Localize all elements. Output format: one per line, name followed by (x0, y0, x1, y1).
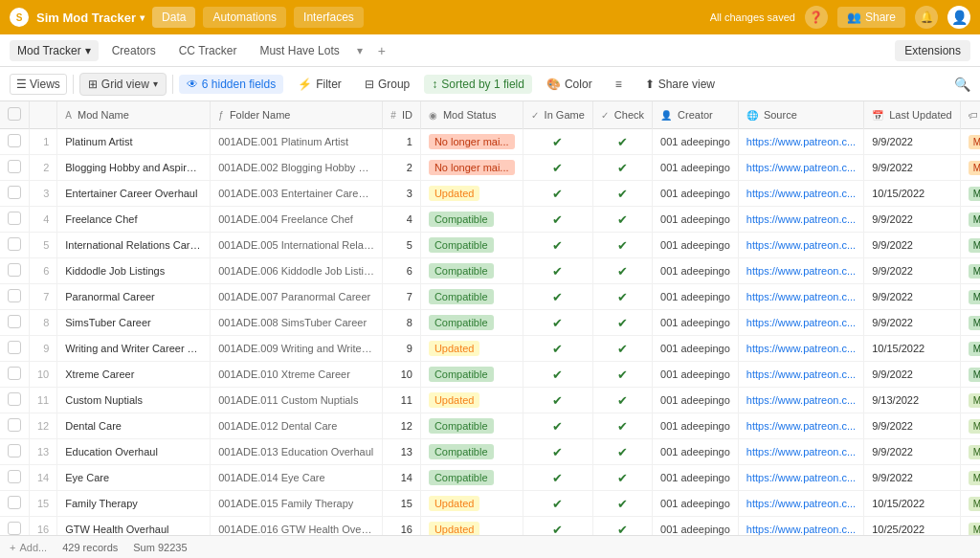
row-checkbox[interactable] (8, 263, 21, 277)
table-row[interactable]: 9Writing and Writer Career Over...001ADE… (0, 336, 980, 362)
mod-name-cell[interactable]: GTW Health Overhaul (57, 517, 211, 536)
row-checkbox[interactable] (8, 315, 21, 328)
source-cell[interactable]: https://www.patreon.c... (738, 310, 863, 336)
source-cell[interactable]: https://www.patreon.c... (738, 388, 863, 413)
row-checkbox[interactable] (8, 367, 21, 380)
mod-status-cell[interactable]: Updated (420, 491, 523, 517)
hidden-fields-btn[interactable]: 👁 6 hidden fields (179, 75, 283, 94)
add-tab-btn[interactable]: + (370, 39, 393, 62)
source-cell[interactable]: https://www.patreon.c... (738, 207, 863, 233)
help-icon-btn[interactable]: ❓ (805, 6, 828, 29)
table-row[interactable]: 7Paranormal Career001ADE.007 Paranormal … (0, 284, 980, 310)
source-cell[interactable]: https://www.patreon.c... (738, 233, 863, 258)
table-row[interactable]: 8SimsTuber Career001ADE.008 SimsTuber Ca… (0, 310, 980, 336)
row-checkbox[interactable] (8, 212, 21, 225)
mod-status-cell[interactable]: Compatible (420, 233, 523, 258)
source-cell[interactable]: https://www.patreon.c... (738, 439, 863, 465)
row-checkbox[interactable] (8, 392, 21, 406)
source-cell[interactable]: https://www.patreon.c... (738, 284, 863, 310)
header-check[interactable]: ✓ Check (592, 101, 652, 129)
interfaces-nav-btn[interactable]: Interfaces (294, 7, 364, 28)
color-btn[interactable]: 🎨 Color (538, 73, 601, 96)
mod-name-cell[interactable]: Paranormal Career (57, 284, 211, 310)
table-row[interactable]: 13Education Overhaul001ADE.013 Education… (0, 439, 980, 465)
mod-status-cell[interactable]: Compatible (420, 284, 523, 310)
notification-icon[interactable]: 🔔 (915, 6, 938, 29)
table-row[interactable]: 3Entertainer Career Overhaul001ADE.003 E… (0, 181, 980, 207)
row-checkbox[interactable] (8, 160, 21, 173)
header-source[interactable]: 🌐 Source (738, 101, 863, 129)
data-nav-btn[interactable]: Data (152, 7, 195, 28)
source-cell[interactable]: https://www.patreon.c... (738, 129, 863, 155)
table-row[interactable]: 4Freelance Chef001ADE.004 Freelance Chef… (0, 207, 980, 233)
table-row[interactable]: 10Xtreme Career001ADE.010 Xtreme Career1… (0, 362, 980, 388)
search-btn[interactable]: 🔍 (954, 77, 970, 92)
mod-status-cell[interactable]: Compatible (420, 465, 523, 491)
mod-status-cell[interactable]: No longer mai... (420, 129, 523, 155)
mod-status-cell[interactable]: Updated (420, 517, 523, 536)
views-btn[interactable]: ☰ Views (10, 74, 67, 95)
mod-status-cell[interactable]: Compatible (420, 310, 523, 336)
source-cell[interactable]: https://www.patreon.c... (738, 413, 863, 439)
table-row[interactable]: 16GTW Health Overhaul001ADE.016 GTW Heal… (0, 517, 980, 536)
mod-status-cell[interactable]: Compatible (420, 207, 523, 233)
table-row[interactable]: 1Platinum Artist001ADE.001 Platinum Arti… (0, 129, 980, 155)
row-checkbox[interactable] (8, 496, 21, 509)
mod-status-cell[interactable]: No longer mai... (420, 155, 523, 181)
source-cell[interactable]: https://www.patreon.c... (738, 181, 863, 207)
filter-btn[interactable]: ⚡ Filter (289, 73, 350, 96)
mod-status-cell[interactable]: Compatible (420, 258, 523, 284)
row-checkbox[interactable] (8, 470, 21, 483)
table-row[interactable]: 2Blogging Hobby and Aspiration001ADE.002… (0, 155, 980, 181)
table-row[interactable]: 15Family Therapy001ADE.015 Family Therap… (0, 491, 980, 517)
must-have-lots-tab[interactable]: Must Have Lots (250, 40, 348, 61)
table-row[interactable]: 14Eye Care001ADE.014 Eye Care14Compatibl… (0, 465, 980, 491)
source-cell[interactable]: https://www.patreon.c... (738, 155, 863, 181)
share-button[interactable]: 👥 Share (837, 7, 905, 28)
mod-name-cell[interactable]: Kiddodle Job Listings (57, 258, 211, 284)
select-all-checkbox[interactable] (8, 107, 21, 121)
extensions-btn[interactable]: Extensions (895, 40, 970, 61)
group-btn[interactable]: ⊟ Group (356, 73, 418, 96)
mod-name-cell[interactable]: Xtreme Career (57, 362, 211, 388)
app-title-chevron[interactable]: ▾ (140, 12, 145, 23)
mod-name-cell[interactable]: Custom Nuptials (57, 388, 211, 413)
sort-btn[interactable]: ↕ Sorted by 1 field (424, 75, 532, 94)
row-checkbox[interactable] (8, 418, 21, 432)
table-row[interactable]: 11Custom Nuptials001ADE.011 Custom Nupti… (0, 388, 980, 413)
mod-name-cell[interactable]: International Relations Career (57, 233, 211, 258)
mod-status-cell[interactable]: Compatible (420, 413, 523, 439)
table-row[interactable]: 5International Relations Career001ADE.00… (0, 233, 980, 258)
header-mod-type[interactable]: 🏷 Mod Type (960, 101, 980, 129)
add-row-btn[interactable]: + Add... (10, 542, 47, 553)
mod-status-cell[interactable]: Updated (420, 181, 523, 207)
row-checkbox[interactable] (8, 237, 21, 251)
mod-status-cell[interactable]: Updated (420, 336, 523, 362)
source-cell[interactable]: https://www.patreon.c... (738, 465, 863, 491)
mod-name-cell[interactable]: Writing and Writer Career Over... (57, 336, 211, 362)
header-folder-name[interactable]: ƒ Folder Name (211, 101, 383, 129)
share-view-btn[interactable]: ⬆ Share view (636, 73, 724, 96)
user-avatar[interactable]: 👤 (947, 6, 970, 29)
grid-view-btn[interactable]: ⊞ Grid view ▾ (79, 73, 167, 96)
automations-nav-btn[interactable]: Automations (203, 7, 286, 28)
expand-tabs-btn[interactable]: ▾ (353, 40, 367, 61)
mod-name-cell[interactable]: Freelance Chef (57, 207, 211, 233)
mod-name-cell[interactable]: Blogging Hobby and Aspiration (57, 155, 211, 181)
row-checkbox[interactable] (8, 186, 21, 199)
header-in-game[interactable]: ✓ In Game (523, 101, 592, 129)
mod-name-cell[interactable]: Dental Care (57, 413, 211, 439)
mod-status-cell[interactable]: Compatible (420, 439, 523, 465)
source-cell[interactable]: https://www.patreon.c... (738, 517, 863, 536)
mod-tracker-tab[interactable]: Mod Tracker ▾ (10, 40, 99, 61)
mod-name-cell[interactable]: Family Therapy (57, 491, 211, 517)
source-cell[interactable]: https://www.patreon.c... (738, 258, 863, 284)
row-checkbox[interactable] (8, 522, 21, 535)
mod-name-cell[interactable]: Entertainer Career Overhaul (57, 181, 211, 207)
mod-status-cell[interactable]: Compatible (420, 362, 523, 388)
mod-name-cell[interactable]: Eye Care (57, 465, 211, 491)
header-id[interactable]: # ID (383, 101, 421, 129)
table-row[interactable]: 6Kiddodle Job Listings001ADE.006 Kiddodl… (0, 258, 980, 284)
row-checkbox[interactable] (8, 289, 21, 302)
mod-name-cell[interactable]: Platinum Artist (57, 129, 211, 155)
